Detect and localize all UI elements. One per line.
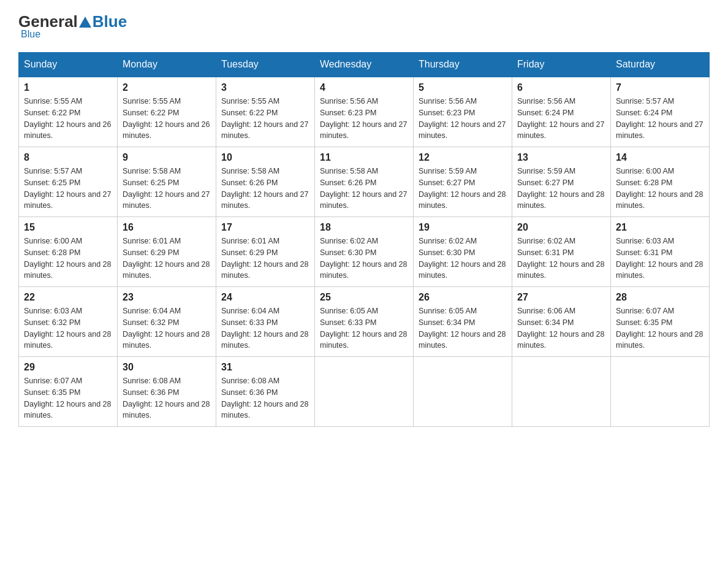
day-number: 25 xyxy=(320,292,408,303)
day-number: 14 xyxy=(616,152,704,163)
day-info: Sunrise: 5:57 AM Sunset: 6:24 PM Dayligh… xyxy=(616,96,704,142)
day-info: Sunrise: 6:07 AM Sunset: 6:35 PM Dayligh… xyxy=(616,305,704,351)
day-cell: 10 Sunrise: 5:58 AM Sunset: 6:26 PM Dayl… xyxy=(216,147,315,217)
day-number: 27 xyxy=(517,292,605,303)
day-number: 23 xyxy=(123,292,211,303)
week-row-3: 15 Sunrise: 6:00 AM Sunset: 6:28 PM Dayl… xyxy=(19,217,710,287)
day-number: 24 xyxy=(221,292,309,303)
day-cell: 12 Sunrise: 5:59 AM Sunset: 6:27 PM Dayl… xyxy=(414,147,512,217)
day-cell: 3 Sunrise: 5:55 AM Sunset: 6:22 PM Dayli… xyxy=(216,77,315,147)
header-cell-saturday: Saturday xyxy=(611,53,710,77)
day-info: Sunrise: 6:05 AM Sunset: 6:33 PM Dayligh… xyxy=(320,305,408,351)
day-info: Sunrise: 5:55 AM Sunset: 6:22 PM Dayligh… xyxy=(24,96,112,142)
day-number: 20 xyxy=(517,222,605,233)
day-cell: 25 Sunrise: 6:05 AM Sunset: 6:33 PM Dayl… xyxy=(315,287,414,357)
day-number: 30 xyxy=(123,362,211,373)
day-number: 13 xyxy=(517,152,605,163)
day-info: Sunrise: 6:07 AM Sunset: 6:35 PM Dayligh… xyxy=(24,375,112,421)
day-info: Sunrise: 6:05 AM Sunset: 6:34 PM Dayligh… xyxy=(419,305,507,351)
day-cell: 24 Sunrise: 6:04 AM Sunset: 6:33 PM Dayl… xyxy=(216,287,315,357)
day-number: 31 xyxy=(221,362,309,373)
day-cell: 15 Sunrise: 6:00 AM Sunset: 6:28 PM Dayl… xyxy=(19,217,118,287)
day-cell: 21 Sunrise: 6:03 AM Sunset: 6:31 PM Dayl… xyxy=(611,217,710,287)
day-cell: 7 Sunrise: 5:57 AM Sunset: 6:24 PM Dayli… xyxy=(611,77,710,147)
day-number: 8 xyxy=(24,152,112,163)
header: General Blue Blue xyxy=(18,12,710,40)
day-number: 11 xyxy=(320,152,408,163)
day-number: 6 xyxy=(517,82,605,93)
week-row-4: 22 Sunrise: 6:03 AM Sunset: 6:32 PM Dayl… xyxy=(19,287,710,357)
day-cell: 26 Sunrise: 6:05 AM Sunset: 6:34 PM Dayl… xyxy=(414,287,512,357)
day-info: Sunrise: 5:58 AM Sunset: 6:26 PM Dayligh… xyxy=(221,166,309,212)
day-cell: 16 Sunrise: 6:01 AM Sunset: 6:29 PM Dayl… xyxy=(118,217,216,287)
day-number: 29 xyxy=(24,362,112,373)
day-cell: 19 Sunrise: 6:02 AM Sunset: 6:30 PM Dayl… xyxy=(414,217,512,287)
day-cell: 23 Sunrise: 6:04 AM Sunset: 6:32 PM Dayl… xyxy=(118,287,216,357)
header-cell-thursday: Thursday xyxy=(414,53,512,77)
day-number: 10 xyxy=(221,152,309,163)
day-info: Sunrise: 6:01 AM Sunset: 6:29 PM Dayligh… xyxy=(123,236,211,282)
day-cell: 28 Sunrise: 6:07 AM Sunset: 6:35 PM Dayl… xyxy=(611,287,710,357)
day-cell: 6 Sunrise: 5:56 AM Sunset: 6:24 PM Dayli… xyxy=(512,77,611,147)
day-number: 5 xyxy=(419,82,507,93)
day-cell: 2 Sunrise: 5:55 AM Sunset: 6:22 PM Dayli… xyxy=(118,77,216,147)
day-cell xyxy=(512,357,611,427)
day-cell: 4 Sunrise: 5:56 AM Sunset: 6:23 PM Dayli… xyxy=(315,77,414,147)
day-info: Sunrise: 6:02 AM Sunset: 6:31 PM Dayligh… xyxy=(517,236,605,282)
logo-underline: Blue xyxy=(21,29,40,40)
header-cell-friday: Friday xyxy=(512,53,611,77)
day-info: Sunrise: 5:56 AM Sunset: 6:24 PM Dayligh… xyxy=(517,96,605,142)
day-cell xyxy=(315,357,414,427)
day-number: 2 xyxy=(123,82,211,93)
day-cell: 20 Sunrise: 6:02 AM Sunset: 6:31 PM Dayl… xyxy=(512,217,611,287)
header-row: SundayMondayTuesdayWednesdayThursdayFrid… xyxy=(19,53,710,77)
day-number: 7 xyxy=(616,82,704,93)
day-number: 21 xyxy=(616,222,704,233)
day-info: Sunrise: 6:01 AM Sunset: 6:29 PM Dayligh… xyxy=(221,236,309,282)
logo: General Blue Blue xyxy=(18,12,127,40)
day-number: 1 xyxy=(24,82,112,93)
day-number: 28 xyxy=(616,292,704,303)
day-info: Sunrise: 6:06 AM Sunset: 6:34 PM Dayligh… xyxy=(517,305,605,351)
day-info: Sunrise: 6:08 AM Sunset: 6:36 PM Dayligh… xyxy=(123,375,211,421)
day-info: Sunrise: 6:04 AM Sunset: 6:33 PM Dayligh… xyxy=(221,305,309,351)
day-number: 15 xyxy=(24,222,112,233)
day-info: Sunrise: 6:08 AM Sunset: 6:36 PM Dayligh… xyxy=(221,375,309,421)
day-cell: 9 Sunrise: 5:58 AM Sunset: 6:25 PM Dayli… xyxy=(118,147,216,217)
day-info: Sunrise: 6:03 AM Sunset: 6:31 PM Dayligh… xyxy=(616,236,704,282)
calendar-table: SundayMondayTuesdayWednesdayThursdayFrid… xyxy=(18,52,710,427)
logo-blue-text: Blue xyxy=(93,12,127,31)
day-number: 22 xyxy=(24,292,112,303)
day-info: Sunrise: 6:03 AM Sunset: 6:32 PM Dayligh… xyxy=(24,305,112,351)
day-info: Sunrise: 6:02 AM Sunset: 6:30 PM Dayligh… xyxy=(320,236,408,282)
day-info: Sunrise: 6:02 AM Sunset: 6:30 PM Dayligh… xyxy=(419,236,507,282)
week-row-2: 8 Sunrise: 5:57 AM Sunset: 6:25 PM Dayli… xyxy=(19,147,710,217)
day-number: 19 xyxy=(419,222,507,233)
day-cell: 27 Sunrise: 6:06 AM Sunset: 6:34 PM Dayl… xyxy=(512,287,611,357)
logo-triangle-icon xyxy=(79,17,91,28)
header-cell-sunday: Sunday xyxy=(19,53,118,77)
day-cell: 29 Sunrise: 6:07 AM Sunset: 6:35 PM Dayl… xyxy=(19,357,118,427)
day-cell: 17 Sunrise: 6:01 AM Sunset: 6:29 PM Dayl… xyxy=(216,217,315,287)
day-number: 4 xyxy=(320,82,408,93)
day-cell: 13 Sunrise: 5:59 AM Sunset: 6:27 PM Dayl… xyxy=(512,147,611,217)
day-info: Sunrise: 6:00 AM Sunset: 6:28 PM Dayligh… xyxy=(616,166,704,212)
day-number: 16 xyxy=(123,222,211,233)
day-cell: 8 Sunrise: 5:57 AM Sunset: 6:25 PM Dayli… xyxy=(19,147,118,217)
day-info: Sunrise: 5:55 AM Sunset: 6:22 PM Dayligh… xyxy=(123,96,211,142)
day-number: 12 xyxy=(419,152,507,163)
day-cell: 11 Sunrise: 5:58 AM Sunset: 6:26 PM Dayl… xyxy=(315,147,414,217)
day-info: Sunrise: 6:00 AM Sunset: 6:28 PM Dayligh… xyxy=(24,236,112,282)
day-cell: 30 Sunrise: 6:08 AM Sunset: 6:36 PM Dayl… xyxy=(118,357,216,427)
day-number: 17 xyxy=(221,222,309,233)
day-number: 18 xyxy=(320,222,408,233)
week-row-1: 1 Sunrise: 5:55 AM Sunset: 6:22 PM Dayli… xyxy=(19,77,710,147)
day-cell: 14 Sunrise: 6:00 AM Sunset: 6:28 PM Dayl… xyxy=(611,147,710,217)
day-number: 3 xyxy=(221,82,309,93)
day-info: Sunrise: 5:59 AM Sunset: 6:27 PM Dayligh… xyxy=(517,166,605,212)
day-info: Sunrise: 5:56 AM Sunset: 6:23 PM Dayligh… xyxy=(320,96,408,142)
day-cell: 5 Sunrise: 5:56 AM Sunset: 6:23 PM Dayli… xyxy=(414,77,512,147)
day-cell xyxy=(611,357,710,427)
day-info: Sunrise: 5:56 AM Sunset: 6:23 PM Dayligh… xyxy=(419,96,507,142)
header-cell-tuesday: Tuesday xyxy=(216,53,315,77)
